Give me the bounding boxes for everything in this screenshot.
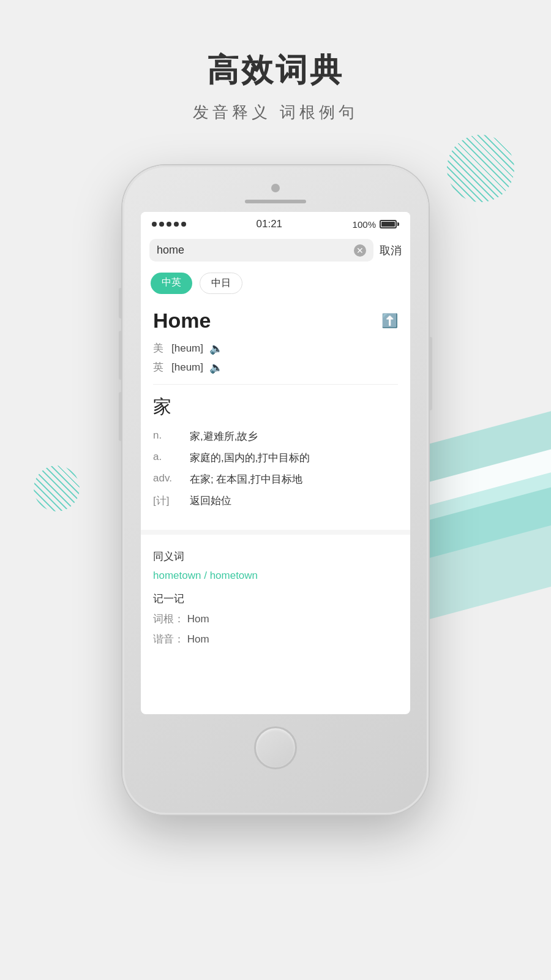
battery-icon bbox=[380, 220, 399, 228]
status-time: 01:21 bbox=[257, 218, 283, 230]
def-type-3: adv. bbox=[153, 472, 190, 486]
phone-top-bar bbox=[122, 165, 429, 203]
phone-body: 01:21 100% home ✕ 取消 bbox=[122, 165, 429, 815]
word-root-label: 词根： bbox=[153, 613, 184, 625]
battery-body bbox=[380, 220, 397, 228]
phonetic-value: Hom bbox=[187, 633, 209, 645]
side-button-power bbox=[429, 337, 432, 410]
synonyms-memory-section: 同义词 hometown / hometown 记一记 词根： Hom 谐音： … bbox=[141, 541, 410, 661]
signal-dot-5 bbox=[181, 222, 186, 227]
signal-dot-2 bbox=[159, 222, 164, 227]
phone-mockup: 01:21 100% home ✕ 取消 bbox=[122, 165, 429, 815]
def-type-2: a. bbox=[153, 451, 190, 465]
search-clear-button[interactable]: ✕ bbox=[354, 244, 366, 257]
phone-screen: 01:21 100% home ✕ 取消 bbox=[141, 212, 410, 714]
uk-phonetic: [heum] bbox=[171, 361, 203, 374]
pronunciation-us: 美 [heum] 🔈 bbox=[153, 341, 398, 355]
circle-decoration-left bbox=[34, 466, 80, 511]
circle-decoration-top-right bbox=[447, 135, 514, 202]
signal-dots bbox=[152, 222, 186, 227]
synonym-2[interactable]: hometown bbox=[210, 570, 258, 581]
camera-dot bbox=[271, 184, 280, 192]
app-title: 高效词典 bbox=[0, 49, 551, 92]
signal-dot-4 bbox=[174, 222, 179, 227]
share-icon[interactable]: ⬆️ bbox=[381, 313, 398, 329]
memory-label: 记一记 bbox=[153, 592, 398, 606]
def-text-4: 返回始位 bbox=[190, 494, 398, 508]
def-text-2: 家庭的,国内的,打中目标的 bbox=[190, 451, 398, 465]
definition-table: n. 家,避难所,故乡 a. 家庭的,国内的,打中目标的 adv. 在家; 在本… bbox=[153, 429, 398, 508]
word-header-row: Home ⬆️ bbox=[153, 309, 398, 333]
header-area: 高效词典 发音释义 词根例句 bbox=[0, 49, 551, 123]
definition-row-1: n. 家,避难所,故乡 bbox=[153, 429, 398, 443]
tab-chinese-english[interactable]: 中英 bbox=[151, 273, 192, 294]
dictionary-content: Home ⬆️ 美 [heum] 🔈 英 [heum] 🔈 家 bbox=[141, 300, 410, 524]
synonym-links[interactable]: hometown / hometown bbox=[153, 570, 398, 582]
side-button-mute bbox=[119, 288, 122, 318]
word-english: Home bbox=[153, 309, 211, 333]
app-subtitle: 发音释义 词根例句 bbox=[0, 102, 551, 123]
tab-chinese-japanese[interactable]: 中日 bbox=[200, 273, 242, 294]
word-root-value: Hom bbox=[187, 613, 209, 625]
phonetic-item: 谐音： Hom bbox=[153, 632, 398, 646]
phonetic-label: 谐音： bbox=[153, 633, 184, 645]
signal-dot-3 bbox=[167, 222, 171, 227]
synonym-separator: / bbox=[204, 570, 209, 581]
status-bar: 01:21 100% bbox=[141, 212, 410, 234]
def-text-3: 在家; 在本国,打中目标地 bbox=[190, 472, 398, 486]
search-bar-row: home ✕ 取消 bbox=[141, 234, 410, 266]
section-divider bbox=[141, 530, 410, 535]
word-root-item: 词根： Hom bbox=[153, 612, 398, 626]
uk-speaker-button[interactable]: 🔈 bbox=[209, 361, 223, 374]
us-speaker-button[interactable]: 🔈 bbox=[209, 342, 223, 355]
status-right-group: 100% bbox=[353, 219, 399, 230]
speaker-grille bbox=[245, 200, 306, 203]
battery-percent: 100% bbox=[353, 219, 376, 230]
definition-row-3: adv. 在家; 在本国,打中目标地 bbox=[153, 472, 398, 486]
pronunciation-uk: 英 [heum] 🔈 bbox=[153, 360, 398, 374]
definition-row-2: a. 家庭的,国内的,打中目标的 bbox=[153, 451, 398, 465]
definition-row-4: [计] 返回始位 bbox=[153, 494, 398, 508]
uk-label: 英 bbox=[153, 360, 165, 374]
def-type-4: [计] bbox=[153, 494, 190, 508]
divider-1 bbox=[153, 384, 398, 385]
signal-dot-1 bbox=[152, 222, 157, 227]
search-text[interactable]: home bbox=[157, 244, 349, 257]
language-tabs: 中英 中日 bbox=[141, 266, 410, 300]
synonyms-label: 同义词 bbox=[153, 549, 398, 564]
def-text-1: 家,避难所,故乡 bbox=[190, 429, 398, 443]
us-label: 美 bbox=[153, 341, 165, 355]
battery-fill bbox=[381, 222, 395, 227]
def-type-1: n. bbox=[153, 429, 190, 443]
side-button-vol-up bbox=[119, 331, 122, 380]
synonym-1[interactable]: hometown bbox=[153, 570, 201, 581]
battery-tip bbox=[397, 222, 399, 226]
us-phonetic: [heum] bbox=[171, 342, 203, 355]
home-button[interactable] bbox=[254, 726, 297, 769]
search-cancel-button[interactable]: 取消 bbox=[380, 243, 402, 258]
search-input-wrap[interactable]: home ✕ bbox=[149, 239, 373, 262]
side-button-vol-down bbox=[119, 392, 122, 441]
chinese-word: 家 bbox=[153, 394, 398, 420]
